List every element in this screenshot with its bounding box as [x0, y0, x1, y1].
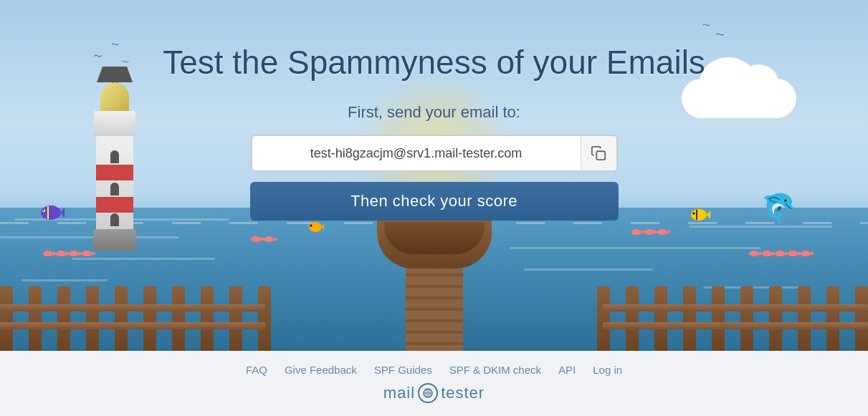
subtitle-text: First, send your email to:	[0, 103, 868, 122]
boat-hull	[377, 218, 492, 269]
fish-icon	[749, 251, 759, 256]
fish-icon	[762, 251, 772, 256]
fish-icon	[56, 251, 66, 256]
fish-icon	[788, 251, 798, 256]
spf-guides-link[interactable]: SPF Guides	[374, 364, 432, 376]
fish-icon	[82, 251, 92, 256]
seagull-icon: 〜	[702, 20, 710, 31]
svg-rect-16	[596, 151, 605, 160]
login-link[interactable]: Log in	[593, 364, 622, 376]
faq-link[interactable]: FAQ	[246, 364, 267, 376]
fish-icon	[644, 229, 654, 235]
hero-scene: 〜 〜 〜 〜 〜	[0, 0, 868, 351]
fish-icon	[43, 251, 53, 256]
fish-group	[749, 251, 811, 256]
logo-prefix: mail	[383, 384, 415, 402]
wave	[72, 258, 215, 260]
svg-marker-10	[322, 223, 324, 231]
svg-point-11	[310, 225, 313, 227]
svg-point-9	[309, 222, 322, 232]
footer: FAQ Give Feedback SPF Guides SPF & DKIM …	[0, 351, 868, 416]
fish-group	[631, 229, 667, 235]
fish-group	[43, 251, 92, 256]
page-title: Test the Spammyness of your Emails	[0, 43, 868, 82]
logo-icon	[418, 383, 438, 403]
brand-logo: mail tester	[383, 383, 485, 403]
footer-links: FAQ Give Feedback SPF Guides SPF & DKIM …	[246, 364, 622, 376]
spf-dkim-check-link[interactable]: SPF & DKIM check	[449, 364, 541, 376]
logo-suffix: tester	[441, 384, 485, 402]
fish-icon	[631, 229, 642, 235]
hero-content: Test the Spammyness of your Emails First…	[0, 43, 868, 221]
wave	[689, 226, 832, 228]
wave	[0, 236, 179, 238]
fish-icon	[264, 236, 274, 242]
email-input[interactable]	[251, 135, 581, 172]
lighthouse-base	[93, 229, 136, 251]
copy-button[interactable]	[581, 135, 618, 172]
fence	[0, 265, 868, 351]
email-input-row	[0, 135, 868, 172]
fish-icon	[775, 251, 785, 256]
give-feedback-link[interactable]: Give Feedback	[285, 364, 357, 376]
fish-icon	[657, 229, 667, 235]
boat-inside	[384, 222, 485, 254]
boat	[370, 218, 499, 269]
fish-icon	[69, 251, 79, 256]
tropical-fish-icon	[308, 221, 324, 236]
seagull-icon: 〜	[715, 29, 725, 42]
fish-icon	[801, 251, 811, 256]
fish-icon	[251, 236, 261, 242]
fish-group	[251, 236, 274, 242]
check-score-button[interactable]: Then check your score	[250, 182, 619, 221]
api-link[interactable]: API	[558, 364, 576, 376]
wave	[510, 247, 760, 249]
